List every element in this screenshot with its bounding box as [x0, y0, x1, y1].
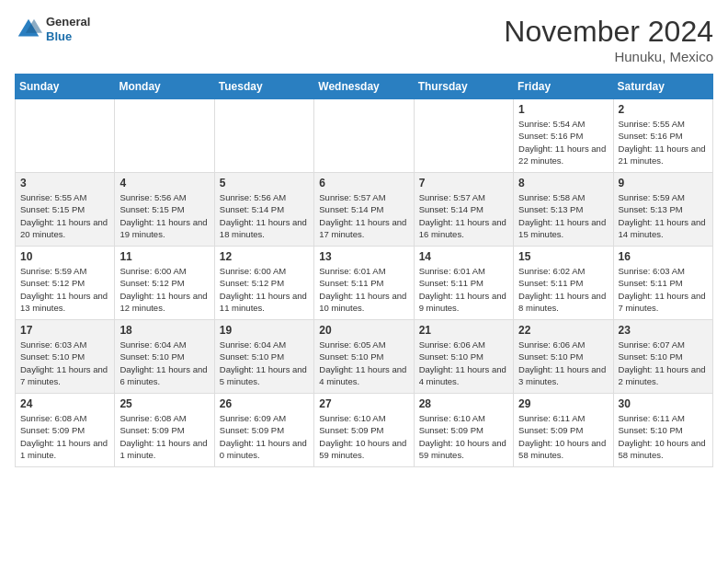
calendar-cell: 6Sunrise: 5:57 AM Sunset: 5:14 PM Daylig… [314, 173, 414, 247]
day-number: 14 [419, 250, 508, 263]
weekday-header-sunday: Sunday [16, 75, 115, 99]
calendar-cell: 23Sunrise: 6:07 AM Sunset: 5:10 PM Dayli… [613, 320, 712, 394]
calendar-cell: 30Sunrise: 6:11 AM Sunset: 5:10 PM Dayli… [613, 394, 712, 467]
day-number: 12 [220, 250, 309, 263]
calendar-cell [414, 99, 513, 173]
day-info: Sunrise: 5:56 AM Sunset: 5:15 PM Dayligh… [119, 191, 209, 240]
calendar-cell: 20Sunrise: 6:05 AM Sunset: 5:10 PM Dayli… [314, 320, 414, 394]
calendar-cell: 18Sunrise: 6:04 AM Sunset: 5:10 PM Dayli… [115, 320, 214, 394]
month-title: November 2024 [504, 15, 713, 49]
calendar-cell: 25Sunrise: 6:08 AM Sunset: 5:09 PM Dayli… [115, 394, 214, 467]
day-number: 26 [220, 397, 309, 410]
day-info: Sunrise: 5:54 AM Sunset: 5:16 PM Dayligh… [518, 118, 608, 167]
day-info: Sunrise: 5:57 AM Sunset: 5:14 PM Dayligh… [419, 191, 508, 240]
day-number: 28 [419, 397, 508, 410]
location: Hunuku, Mexico [504, 49, 713, 64]
calendar-cell [16, 99, 115, 173]
day-info: Sunrise: 6:00 AM Sunset: 5:12 PM Dayligh… [220, 265, 309, 314]
day-number: 20 [319, 324, 408, 337]
day-info: Sunrise: 5:55 AM Sunset: 5:15 PM Dayligh… [20, 191, 109, 240]
calendar-table: SundayMondayTuesdayWednesdayThursdayFrid… [15, 74, 713, 467]
calendar-cell: 2Sunrise: 5:55 AM Sunset: 5:16 PM Daylig… [613, 99, 712, 173]
day-info: Sunrise: 6:07 AM Sunset: 5:10 PM Dayligh… [619, 339, 708, 387]
calendar-cell: 17Sunrise: 6:03 AM Sunset: 5:10 PM Dayli… [16, 320, 115, 394]
week-row-1: 1Sunrise: 5:54 AM Sunset: 5:16 PM Daylig… [16, 99, 713, 173]
calendar-cell: 24Sunrise: 6:08 AM Sunset: 5:09 PM Dayli… [16, 394, 115, 467]
calendar-cell: 14Sunrise: 6:01 AM Sunset: 5:11 PM Dayli… [414, 247, 513, 320]
day-info: Sunrise: 6:01 AM Sunset: 5:11 PM Dayligh… [419, 265, 508, 314]
day-info: Sunrise: 5:55 AM Sunset: 5:16 PM Dayligh… [619, 118, 708, 167]
day-info: Sunrise: 6:11 AM Sunset: 5:09 PM Dayligh… [518, 412, 608, 461]
day-number: 24 [20, 397, 109, 410]
logo-general: General [46, 15, 90, 29]
weekday-header-row: SundayMondayTuesdayWednesdayThursdayFrid… [16, 75, 713, 99]
calendar-cell [115, 99, 214, 173]
day-info: Sunrise: 6:10 AM Sunset: 5:09 PM Dayligh… [419, 412, 508, 461]
day-info: Sunrise: 6:02 AM Sunset: 5:11 PM Dayligh… [518, 265, 608, 314]
day-info: Sunrise: 6:08 AM Sunset: 5:09 PM Dayligh… [119, 412, 209, 461]
title-area: November 2024 Hunuku, Mexico [504, 15, 713, 64]
weekday-header-friday: Friday [514, 75, 613, 99]
day-info: Sunrise: 6:06 AM Sunset: 5:10 PM Dayligh… [518, 339, 608, 387]
day-info: Sunrise: 6:11 AM Sunset: 5:10 PM Dayligh… [619, 412, 708, 461]
calendar-cell: 15Sunrise: 6:02 AM Sunset: 5:11 PM Dayli… [514, 247, 613, 320]
calendar-cell: 12Sunrise: 6:00 AM Sunset: 5:12 PM Dayli… [214, 247, 313, 320]
calendar-cell [214, 99, 313, 173]
calendar-cell: 13Sunrise: 6:01 AM Sunset: 5:11 PM Dayli… [314, 247, 414, 320]
day-number: 10 [20, 250, 109, 263]
day-info: Sunrise: 5:56 AM Sunset: 5:14 PM Dayligh… [220, 191, 309, 240]
day-number: 16 [619, 250, 708, 263]
week-row-2: 3Sunrise: 5:55 AM Sunset: 5:15 PM Daylig… [16, 173, 713, 247]
calendar-cell: 19Sunrise: 6:04 AM Sunset: 5:10 PM Dayli… [214, 320, 313, 394]
calendar-cell: 22Sunrise: 6:06 AM Sunset: 5:10 PM Dayli… [514, 320, 613, 394]
calendar-cell: 21Sunrise: 6:06 AM Sunset: 5:10 PM Dayli… [414, 320, 513, 394]
day-number: 3 [20, 177, 109, 190]
calendar-cell: 29Sunrise: 6:11 AM Sunset: 5:09 PM Dayli… [514, 394, 613, 467]
day-number: 8 [518, 177, 608, 190]
day-number: 30 [619, 397, 708, 410]
logo-blue: Blue [46, 29, 90, 44]
weekday-header-thursday: Thursday [414, 75, 513, 99]
calendar-cell: 5Sunrise: 5:56 AM Sunset: 5:14 PM Daylig… [214, 173, 313, 247]
calendar-cell: 7Sunrise: 5:57 AM Sunset: 5:14 PM Daylig… [414, 173, 513, 247]
day-info: Sunrise: 6:05 AM Sunset: 5:10 PM Dayligh… [319, 339, 408, 387]
day-info: Sunrise: 5:57 AM Sunset: 5:14 PM Dayligh… [319, 191, 408, 240]
calendar-cell: 16Sunrise: 6:03 AM Sunset: 5:11 PM Dayli… [613, 247, 712, 320]
week-row-4: 17Sunrise: 6:03 AM Sunset: 5:10 PM Dayli… [16, 320, 713, 394]
day-number: 6 [319, 177, 408, 190]
day-number: 9 [619, 177, 708, 190]
day-info: Sunrise: 6:01 AM Sunset: 5:11 PM Dayligh… [319, 265, 408, 314]
day-info: Sunrise: 5:59 AM Sunset: 5:12 PM Dayligh… [20, 265, 109, 314]
day-number: 18 [119, 324, 209, 337]
day-number: 23 [619, 324, 708, 337]
day-number: 27 [319, 397, 408, 410]
day-number: 22 [518, 324, 608, 337]
calendar-cell: 10Sunrise: 5:59 AM Sunset: 5:12 PM Dayli… [16, 247, 115, 320]
day-info: Sunrise: 6:04 AM Sunset: 5:10 PM Dayligh… [119, 339, 209, 387]
calendar-cell: 3Sunrise: 5:55 AM Sunset: 5:15 PM Daylig… [16, 173, 115, 247]
day-info: Sunrise: 6:03 AM Sunset: 5:11 PM Dayligh… [619, 265, 708, 314]
weekday-header-monday: Monday [115, 75, 214, 99]
day-number: 5 [220, 177, 309, 190]
calendar-cell: 1Sunrise: 5:54 AM Sunset: 5:16 PM Daylig… [514, 99, 613, 173]
day-number: 15 [518, 250, 608, 263]
logo-icon [15, 16, 42, 43]
calendar-cell: 26Sunrise: 6:09 AM Sunset: 5:09 PM Dayli… [214, 394, 313, 467]
calendar-cell [314, 99, 414, 173]
weekday-header-tuesday: Tuesday [214, 75, 313, 99]
day-number: 4 [119, 177, 209, 190]
day-number: 25 [119, 397, 209, 410]
day-number: 19 [220, 324, 309, 337]
calendar-cell: 11Sunrise: 6:00 AM Sunset: 5:12 PM Dayli… [115, 247, 214, 320]
day-info: Sunrise: 6:04 AM Sunset: 5:10 PM Dayligh… [220, 339, 309, 387]
page-header: General Blue November 2024 Hunuku, Mexic… [15, 15, 713, 64]
day-info: Sunrise: 6:03 AM Sunset: 5:10 PM Dayligh… [20, 339, 109, 387]
calendar-cell: 27Sunrise: 6:10 AM Sunset: 5:09 PM Dayli… [314, 394, 414, 467]
day-info: Sunrise: 6:00 AM Sunset: 5:12 PM Dayligh… [119, 265, 209, 314]
week-row-3: 10Sunrise: 5:59 AM Sunset: 5:12 PM Dayli… [16, 247, 713, 320]
day-number: 2 [619, 103, 708, 116]
day-info: Sunrise: 6:09 AM Sunset: 5:09 PM Dayligh… [220, 412, 309, 461]
day-info: Sunrise: 6:10 AM Sunset: 5:09 PM Dayligh… [319, 412, 408, 461]
logo: General Blue [15, 15, 90, 43]
calendar-cell: 28Sunrise: 6:10 AM Sunset: 5:09 PM Dayli… [414, 394, 513, 467]
